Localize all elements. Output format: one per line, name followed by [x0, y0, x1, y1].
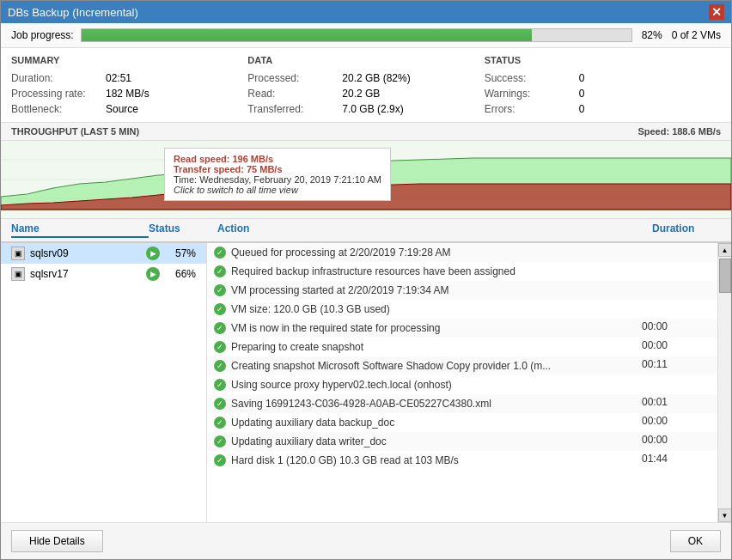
chart-tooltip: Read speed: 196 MB/s Transfer speed: 75 … [164, 148, 391, 201]
progress-bar-container [81, 28, 632, 42]
summary-title: SUMMARY [11, 55, 247, 65]
action-text: Queued for processing at 2/20/2019 7:19:… [231, 245, 637, 260]
details-body: ▣ sqlsrv09 ▶ 57% ▣ sqlsrv17 ▶ 66% ✓ Queu… [1, 243, 731, 522]
action-text: VM size: 120.0 GB (10.3 GB used) [231, 301, 637, 317]
vm-name: sqlsrv09 [30, 247, 141, 259]
action-item: ✓ Updating auxiliary data writer_doc 00:… [207, 432, 717, 451]
col-header-name: Name [11, 222, 149, 238]
action-text: Hard disk 1 (120.0 GB) 10.3 GB read at 1… [231, 453, 637, 468]
action-text: Required backup infrastructure resources… [231, 264, 637, 279]
read-key: Read: [247, 88, 342, 100]
action-duration: 01:44 [642, 453, 711, 465]
processing-rate-value: 182 MB/s [106, 88, 149, 100]
action-item: ✓ Hard disk 1 (120.0 GB) 10.3 GB read at… [207, 451, 717, 470]
processed-value: 20.2 GB (82%) [342, 72, 410, 84]
action-text: VM is now in the required state for proc… [231, 320, 637, 336]
summary-section: SUMMARY Duration: 02:51 Processing rate:… [1, 48, 731, 123]
warnings-row: Warnings: 0 [485, 88, 721, 100]
action-item: ✓ VM size: 120.0 GB (10.3 GB used) [207, 300, 717, 319]
action-item: ✓ Using source proxy hyperv02.tech.local… [207, 375, 717, 394]
read-value: 20.2 GB [342, 88, 380, 100]
vm-name: sqlsrv17 [30, 268, 141, 280]
vm-item[interactable]: ▣ sqlsrv17 ▶ 66% [1, 264, 206, 284]
tooltip-time: Time: Wednesday, February 20, 2019 7:21:… [174, 174, 381, 185]
details-header-row: Name Status Action Duration [1, 219, 731, 243]
throughput-title: THROUGHPUT (LAST 5 MIN) [11, 126, 139, 137]
status-group: STATUS Success: 0 Warnings: 0 Errors: 0 [485, 55, 721, 115]
action-item: ✓ Saving 16991243-C036-4928-A0AB-CE05227… [207, 394, 717, 413]
action-duration: 00:00 [642, 320, 711, 332]
action-text: Updating auxiliary data writer_doc [231, 434, 637, 449]
action-check-icon: ✓ [214, 247, 226, 259]
warnings-key: Warnings: [485, 88, 579, 100]
processing-rate-row: Processing rate: 182 MB/s [11, 88, 247, 100]
action-check-icon: ✓ [214, 303, 226, 315]
action-duration: 00:00 [642, 339, 711, 351]
job-progress-label: Job progress: [11, 29, 74, 41]
action-check-icon: ✓ [214, 398, 226, 410]
action-check-icon: ✓ [214, 454, 226, 466]
throughput-chart[interactable]: Read speed: 196 MB/s Transfer speed: 75 … [1, 141, 731, 218]
vm-list: ▣ sqlsrv09 ▶ 57% ▣ sqlsrv17 ▶ 66% [1, 243, 207, 522]
action-check-icon: ✓ [214, 265, 226, 277]
action-text: Using source proxy hyperv02.tech.local (… [231, 377, 637, 393]
success-value: 0 [579, 72, 585, 84]
duration-row: Duration: 02:51 [11, 72, 247, 84]
action-item: ✓ Updating auxiliary data backup_doc 00:… [207, 413, 717, 432]
bottleneck-value: Source [106, 103, 138, 115]
main-window: DBs Backup (Incremental) ✕ Job progress:… [0, 0, 732, 560]
action-check-icon: ✓ [214, 341, 226, 353]
data-group: DATA Processed: 20.2 GB (82%) Read: 20.2… [247, 55, 484, 115]
action-check-icon: ✓ [214, 379, 226, 391]
action-check-icon: ✓ [214, 322, 226, 334]
transferred-value: 7.0 GB (2.9x) [342, 103, 403, 115]
processed-row: Processed: 20.2 GB (82%) [247, 72, 484, 84]
read-row: Read: 20.2 GB [247, 88, 484, 100]
scroll-thumb[interactable] [719, 259, 731, 293]
action-text: VM processing started at 2/20/2019 7:19:… [231, 283, 637, 298]
processed-key: Processed: [247, 72, 342, 84]
action-check-icon: ✓ [214, 360, 226, 372]
action-text: Preparing to create snapshot [231, 339, 637, 355]
throughput-header: THROUGHPUT (LAST 5 MIN) Speed: 188.6 MB/… [1, 123, 731, 141]
action-text: Updating auxiliary data backup_doc [231, 415, 637, 430]
footer: Hide Details OK [1, 522, 731, 559]
tooltip-click-hint[interactable]: Click to switch to all time view [174, 185, 381, 195]
warnings-value: 0 [579, 88, 585, 100]
vm-status-pct: 66% [165, 268, 196, 280]
action-check-icon: ✓ [214, 435, 226, 447]
close-button[interactable]: ✕ [709, 4, 724, 20]
throughput-speed: Speed: 188.6 MB/s [637, 126, 721, 137]
errors-value: 0 [579, 103, 585, 115]
ok-button[interactable]: OK [670, 530, 721, 552]
progress-bar-fill [82, 29, 533, 41]
vm-status-icon: ▶ [146, 267, 160, 281]
bottleneck-row: Bottleneck: Source [11, 103, 247, 115]
transferred-key: Transferred: [247, 103, 342, 115]
scroll-down-button[interactable]: ▼ [718, 508, 732, 522]
job-progress-percent: 82% [639, 29, 665, 41]
hide-details-button[interactable]: Hide Details [11, 530, 103, 552]
success-key: Success: [485, 72, 579, 84]
action-item: ✓ VM processing started at 2/20/2019 7:1… [207, 281, 717, 300]
errors-row: Errors: 0 [485, 103, 721, 115]
duration-value: 02:51 [106, 72, 131, 84]
action-duration: 00:01 [642, 396, 711, 408]
action-item: ✓ Required backup infrastructure resourc… [207, 262, 717, 281]
errors-key: Errors: [485, 103, 579, 115]
action-text: Saving 16991243-C036-4928-A0AB-CE05227C4… [231, 396, 637, 411]
scrollbar: ▲ ▼ [717, 243, 731, 522]
action-duration: 00:11 [642, 358, 711, 370]
status-title: STATUS [485, 55, 721, 65]
action-duration: 00:00 [642, 434, 711, 446]
vm-icon: ▣ [11, 267, 25, 281]
action-item: ✓ Creating snapshot Microsoft Software S… [207, 356, 717, 375]
tooltip-transfer-speed: Transfer speed: 75 MB/s [174, 164, 381, 174]
window-title: DBs Backup (Incremental) [8, 6, 138, 19]
action-check-icon: ✓ [214, 284, 226, 296]
col-header-action: Action [217, 222, 652, 238]
success-row: Success: 0 [485, 72, 721, 84]
vm-item[interactable]: ▣ sqlsrv09 ▶ 57% [1, 243, 206, 264]
scroll-up-button[interactable]: ▲ [718, 243, 732, 257]
job-progress-area: Job progress: 82% 0 of 2 VMs [1, 23, 731, 48]
